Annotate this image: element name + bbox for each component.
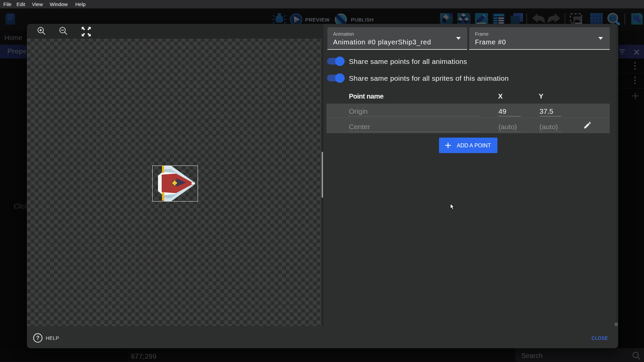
svg-text:1:1: 1:1 [610, 16, 616, 21]
svg-text:?: ? [36, 335, 40, 341]
